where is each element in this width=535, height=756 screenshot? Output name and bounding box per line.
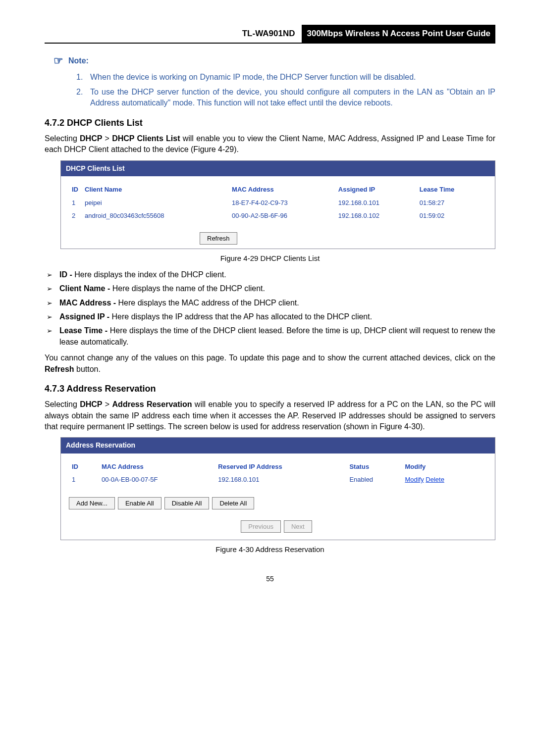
add-new-button[interactable]: Add New...	[69, 497, 115, 509]
list-text: MAC Address - Here displays the MAC addr…	[59, 298, 495, 308]
cell-assigned-ip: 192.168.0.101	[335, 197, 417, 209]
section-heading: 4.7.3 Address Reservation	[45, 383, 495, 395]
text-bold: MAC Address -	[59, 299, 118, 307]
text: Selecting	[45, 134, 80, 143]
note-heading: ☞ Note:	[54, 53, 495, 69]
cell-mac: 18-E7-F4-02-C9-73	[229, 197, 335, 209]
cell-id: 2	[69, 209, 82, 222]
note-text: To use the DHCP server function of the d…	[90, 87, 495, 109]
figure-caption: Figure 4-29 DHCP Clients List	[45, 253, 495, 263]
section-heading: 4.7.2 DHCP Clients List	[45, 117, 495, 129]
guide-title: 300Mbps Wireless N Access Point User Gui…	[302, 25, 495, 43]
previous-button[interactable]: Previous	[241, 520, 281, 533]
list-item: ➢ MAC Address - Here displays the MAC ad…	[47, 298, 495, 308]
table-row: 1 peipei 18-E7-F4-02-C9-73 192.168.0.101…	[69, 197, 487, 209]
table-header-row: ID MAC Address Reserved IP Address Statu…	[69, 460, 487, 473]
cell-status: Enabled	[346, 473, 402, 486]
panel-title: DHCP Clients List	[61, 161, 495, 177]
text-bold: DHCP Clients List	[112, 134, 180, 143]
text-bold: DHCP	[80, 134, 102, 143]
note-list: 1. When the device is working on Dynamic…	[45, 72, 495, 109]
delete-all-button[interactable]: Delete All	[212, 497, 254, 509]
text-bold: Address Reservation	[112, 400, 192, 408]
list-item: ➢ Assigned IP - Here displays the IP add…	[47, 311, 495, 322]
cell-modify: Modify Delete	[402, 473, 487, 486]
text: Here displays the MAC address of the DHC…	[118, 299, 299, 307]
cell-mac: 00-90-A2-5B-6F-96	[229, 209, 335, 222]
arrow-icon: ➢	[47, 298, 59, 308]
disable-all-button[interactable]: Disable All	[164, 497, 210, 509]
pointing-hand-icon: ☞	[54, 53, 63, 69]
dhcp-clients-table: ID Client Name MAC Address Assigned IP L…	[69, 183, 487, 222]
field-descriptions: ➢ ID - Here displays the index of the DH…	[45, 269, 495, 348]
text: >	[102, 134, 112, 143]
text: Selecting	[45, 400, 80, 408]
enable-all-button[interactable]: Enable All	[118, 497, 161, 509]
list-text: Lease Time - Here displays the time of t…	[59, 325, 495, 348]
col-id: ID	[69, 460, 99, 473]
list-item: ➢ Client Name - Here displays the name o…	[47, 283, 495, 294]
col-lease-time: Lease Time	[417, 183, 487, 196]
text: >	[103, 400, 112, 408]
note-number: 1.	[76, 72, 88, 83]
section-intro: Selecting DHCP > Address Reservation wil…	[45, 399, 495, 432]
arrow-icon: ➢	[47, 311, 59, 322]
text: Here displays the name of the DHCP clien…	[112, 284, 265, 293]
text: button.	[74, 365, 101, 373]
col-status: Status	[346, 460, 402, 473]
model-label: TL-WA901ND	[242, 26, 299, 42]
text-bold: Refresh	[45, 365, 74, 373]
note-label: Note:	[68, 55, 89, 66]
col-client-name: Client Name	[82, 183, 229, 196]
text-bold: Assigned IP -	[59, 312, 112, 321]
cell-reserved-ip: 192.168.0.101	[215, 473, 346, 486]
page-number: 55	[45, 574, 495, 584]
dhcp-clients-panel: DHCP Clients List ID Client Name MAC Add…	[60, 160, 495, 249]
text-bold: Lease Time -	[59, 326, 110, 335]
text: You cannot change any of the values on t…	[45, 353, 495, 362]
col-mac: MAC Address	[229, 183, 335, 196]
section-intro: Selecting DHCP > DHCP Clients List will …	[45, 133, 495, 155]
list-text: Assigned IP - Here displays the IP addre…	[59, 311, 495, 322]
arrow-icon: ➢	[47, 283, 59, 294]
note-number: 2.	[76, 87, 88, 109]
col-mac: MAC Address	[99, 460, 215, 473]
note-item: 1. When the device is working on Dynamic…	[76, 72, 495, 83]
cell-mac: 00-0A-EB-00-07-5F	[99, 473, 215, 486]
table-row: 2 android_80c03463cfc55608 00-90-A2-5B-6…	[69, 209, 487, 222]
list-text: ID - Here displays the index of the DHCP…	[59, 269, 495, 280]
note-text: When the device is working on Dynamic IP…	[90, 72, 495, 83]
text: Here displays the time of the DHCP clien…	[59, 326, 495, 346]
table-row: 1 00-0A-EB-00-07-5F 192.168.0.101 Enable…	[69, 473, 487, 486]
cell-client-name: peipei	[82, 197, 229, 209]
list-item: ➢ ID - Here displays the index of the DH…	[47, 269, 495, 280]
next-button[interactable]: Next	[284, 520, 312, 533]
arrow-icon: ➢	[47, 325, 59, 348]
text-bold: Client Name -	[59, 284, 112, 293]
cell-client-name: android_80c03463cfc55608	[82, 209, 229, 222]
col-assigned-ip: Assigned IP	[335, 183, 417, 196]
figure-caption: Figure 4-30 Address Reservation	[45, 544, 495, 554]
cell-id: 1	[69, 197, 82, 209]
closing-paragraph: You cannot change any of the values on t…	[45, 353, 495, 375]
list-text: Client Name - Here displays the name of …	[59, 283, 495, 294]
cell-assigned-ip: 192.168.0.102	[335, 209, 417, 222]
text-bold: ID -	[59, 270, 74, 279]
cell-id: 1	[69, 473, 99, 486]
cell-lease-time: 01:58:27	[417, 197, 487, 209]
col-modify: Modify	[402, 460, 487, 473]
reservation-table: ID MAC Address Reserved IP Address Statu…	[69, 460, 487, 486]
refresh-button[interactable]: Refresh	[200, 232, 237, 245]
arrow-icon: ➢	[47, 269, 59, 280]
modify-link[interactable]: Modify	[405, 476, 424, 483]
address-reservation-panel: Address Reservation ID MAC Address Reser…	[60, 437, 495, 540]
panel-title: Address Reservation	[61, 438, 495, 454]
list-item: ➢ Lease Time - Here displays the time of…	[47, 325, 495, 348]
text: Here displays the IP address that the AP…	[112, 312, 373, 321]
delete-link[interactable]: Delete	[426, 476, 444, 483]
note-item: 2. To use the DHCP server function of th…	[76, 87, 495, 109]
cell-lease-time: 01:59:02	[417, 209, 487, 222]
doc-header: TL-WA901ND 300Mbps Wireless N Access Poi…	[45, 25, 495, 44]
col-reserved-ip: Reserved IP Address	[215, 460, 346, 473]
text: Here displays the index of the DHCP clie…	[74, 270, 226, 279]
